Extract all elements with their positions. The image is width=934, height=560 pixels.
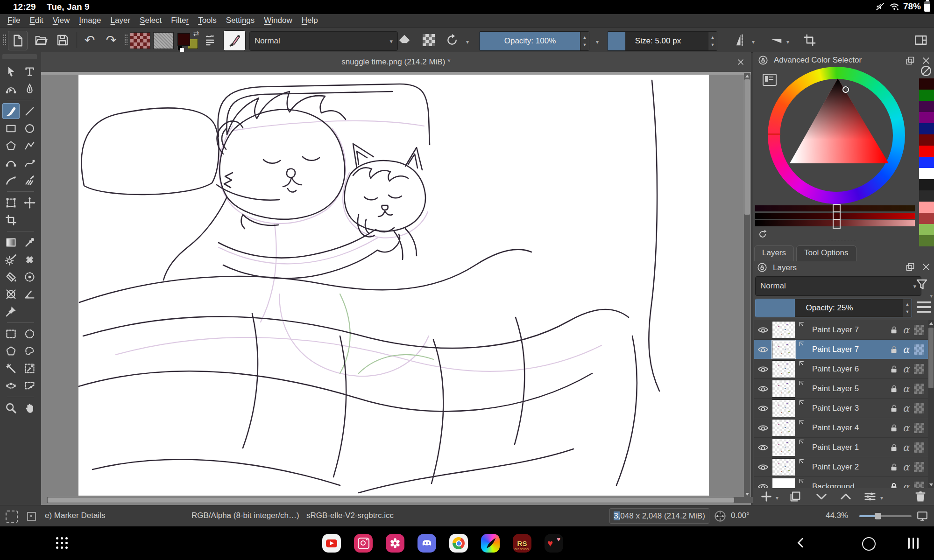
canvas[interactable] <box>78 75 709 496</box>
dropdown-caret[interactable]: ▾ <box>466 39 469 45</box>
menu-select[interactable]: Select <box>135 15 166 26</box>
layer-visibility-icon[interactable] <box>756 364 770 375</box>
menu-image[interactable]: Image <box>74 15 106 26</box>
alpha-lock-icon[interactable]: α <box>900 403 912 414</box>
mirror-view-vertical-button[interactable] <box>732 31 751 49</box>
dock-hearts-icon[interactable]: ♥♥ <box>545 534 563 553</box>
tool-poly-select[interactable] <box>2 343 20 359</box>
layer-visibility-icon[interactable] <box>756 481 770 489</box>
add-layer-caret[interactable]: ▾ <box>776 495 778 501</box>
alpha-lock-icon[interactable]: α <box>900 344 912 355</box>
menu-settings[interactable]: Settings <box>221 15 259 26</box>
tool-calligraphy[interactable] <box>21 81 38 97</box>
dropdown-caret[interactable]: ▾ <box>752 39 755 45</box>
foreground-color-swatch[interactable] <box>177 33 190 46</box>
undo-button[interactable]: ↶ <box>80 31 99 49</box>
inherit-alpha-icon[interactable] <box>914 462 924 472</box>
inherit-alpha-icon[interactable] <box>914 482 924 489</box>
close-docker-icon[interactable] <box>921 262 931 272</box>
tool-multibrush[interactable] <box>21 172 38 188</box>
no-color-icon[interactable] <box>920 64 933 77</box>
history-swatch[interactable] <box>919 202 934 213</box>
layer-thumbnail[interactable] <box>772 321 795 339</box>
dropdown-caret[interactable]: ▾ <box>786 39 789 45</box>
menu-edit[interactable]: Edit <box>25 15 48 26</box>
tool-magnetic-select[interactable] <box>21 378 38 393</box>
move-layer-down-button[interactable] <box>815 490 828 503</box>
color-selector-settings-icon[interactable] <box>763 74 777 86</box>
layer-row[interactable]: Paint Layer 7 α <box>754 320 928 340</box>
layer-row[interactable]: Paint Layer 5 α <box>754 379 928 399</box>
menu-layer[interactable]: Layer <box>106 15 135 26</box>
history-swatch[interactable] <box>919 235 934 246</box>
tab-tool-options[interactable]: Tool Options <box>796 245 856 261</box>
layer-thumbnail[interactable] <box>772 419 795 437</box>
dropdown-caret[interactable]: ▾ <box>596 39 599 45</box>
layer-row[interactable]: Paint Layer 2 α <box>754 457 928 477</box>
layer-lock-icon[interactable] <box>888 442 900 453</box>
docker-lock-icon[interactable] <box>758 55 768 65</box>
tool-zoom-tool[interactable] <box>2 400 20 416</box>
tool-sample-select[interactable] <box>21 360 38 376</box>
tool-bezier-select[interactable] <box>2 378 20 393</box>
alpha-lock-icon[interactable]: α <box>900 364 912 375</box>
tool-dynamic-brush[interactable] <box>2 172 20 188</box>
shade-strip-3[interactable] <box>755 220 915 226</box>
alpha-lock-icon[interactable]: α <box>900 383 912 394</box>
tab-layers[interactable]: Layers <box>754 245 794 261</box>
alpha-lock-icon[interactable]: α <box>900 462 912 473</box>
tool-polygon[interactable] <box>2 138 20 154</box>
new-document-button[interactable] <box>8 31 28 50</box>
dock-krita-icon[interactable] <box>481 534 500 553</box>
close-docker-icon[interactable] <box>921 56 931 65</box>
splitter-handle[interactable] <box>827 240 857 242</box>
tool-colorize-mask[interactable] <box>2 252 20 267</box>
tool-smart-patch[interactable] <box>21 252 38 267</box>
app-drawer-button[interactable] <box>56 537 68 549</box>
tool-move[interactable] <box>21 195 38 210</box>
layer-row[interactable]: Paint Layer 7 α <box>754 340 928 359</box>
layer-thumbnail[interactable] <box>772 380 795 398</box>
history-swatch[interactable] <box>919 213 934 224</box>
inherit-alpha-icon[interactable] <box>914 344 924 355</box>
history-swatch[interactable] <box>919 224 934 235</box>
history-swatch[interactable] <box>919 123 934 134</box>
canvas-viewport[interactable] <box>41 72 751 505</box>
tool-rect-select[interactable] <box>2 326 20 342</box>
inherit-alpha-icon[interactable] <box>914 325 924 335</box>
layer-lock-icon[interactable] <box>888 384 900 394</box>
history-swatch[interactable] <box>919 179 934 190</box>
inherit-alpha-icon[interactable] <box>914 403 924 413</box>
menu-view[interactable]: View <box>48 15 75 26</box>
menu-window[interactable]: Window <box>259 15 297 26</box>
nav-back-button[interactable] <box>795 537 807 549</box>
reload-preset-button[interactable] <box>443 31 461 49</box>
layer-thumbnail[interactable] <box>772 478 795 489</box>
close-document-icon[interactable] <box>735 56 746 68</box>
inherit-alpha-icon[interactable] <box>914 423 924 433</box>
tool-transform[interactable] <box>2 195 20 210</box>
zoom-value[interactable]: 44.3% <box>826 511 848 520</box>
inherit-alpha-icon[interactable] <box>914 364 924 374</box>
dock-youtube-icon[interactable] <box>322 534 341 553</box>
canvas-rotation-icon[interactable] <box>714 510 727 523</box>
layer-visibility-icon[interactable] <box>756 422 770 434</box>
float-docker-icon[interactable] <box>906 262 915 272</box>
swap-colors-icon[interactable]: ⇄ <box>193 29 199 38</box>
menu-help[interactable]: Help <box>297 15 323 26</box>
tool-fill-tool[interactable] <box>2 269 20 285</box>
alpha-lock-icon[interactable]: α <box>900 422 912 434</box>
shade-strip-1[interactable] <box>755 205 915 211</box>
history-swatch[interactable] <box>919 157 934 168</box>
layers-docker-header[interactable]: Layers <box>753 262 934 274</box>
history-swatch[interactable] <box>919 146 934 157</box>
toolbar-drag-handle[interactable] <box>3 34 6 46</box>
tool-freehand-brush[interactable] <box>2 103 20 119</box>
tool-enclose-fill[interactable] <box>21 269 38 285</box>
image-dimensions-button[interactable]: 3,048 x 2,048 (214.2 MiB) <box>609 508 709 524</box>
layer-thumbnail[interactable] <box>772 458 795 476</box>
history-swatch[interactable] <box>919 78 934 90</box>
brush-preset-button[interactable] <box>223 30 246 51</box>
shade-strip-2[interactable] <box>755 213 915 219</box>
tool-ellipse[interactable] <box>21 120 38 136</box>
